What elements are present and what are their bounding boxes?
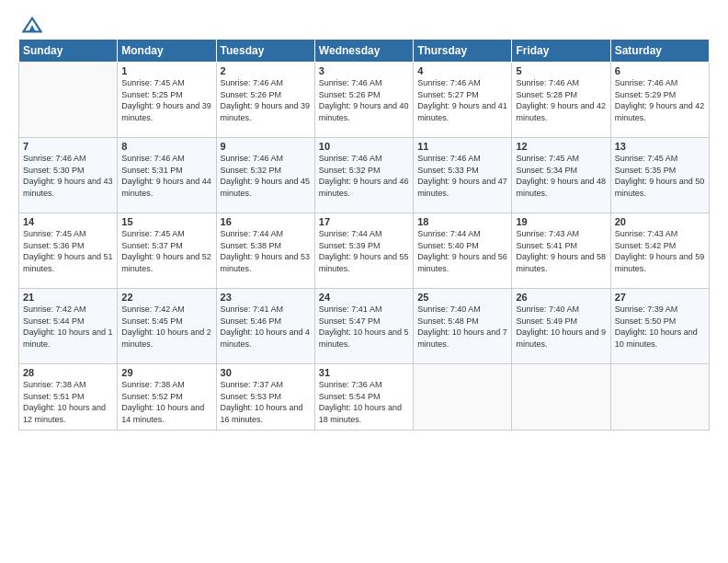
- calendar-cell: 9Sunrise: 7:46 AMSunset: 5:32 PMDaylight…: [216, 138, 314, 213]
- week-row-5: 28Sunrise: 7:38 AMSunset: 5:51 PMDayligh…: [19, 364, 710, 431]
- day-number: 23: [221, 292, 311, 303]
- day-number: 26: [516, 292, 606, 303]
- day-number: 30: [221, 367, 311, 378]
- day-info: Sunrise: 7:44 AMSunset: 5:39 PMDaylight:…: [319, 228, 409, 274]
- day-info: Sunrise: 7:46 AMSunset: 5:26 PMDaylight:…: [319, 77, 409, 123]
- day-number: 2: [221, 65, 311, 76]
- day-number: 17: [319, 216, 409, 227]
- day-info: Sunrise: 7:46 AMSunset: 5:32 PMDaylight:…: [319, 153, 409, 199]
- day-info: Sunrise: 7:39 AMSunset: 5:50 PMDaylight:…: [615, 304, 705, 350]
- day-info: Sunrise: 7:40 AMSunset: 5:49 PMDaylight:…: [516, 304, 606, 350]
- calendar-cell: 20Sunrise: 7:43 AMSunset: 5:42 PMDayligh…: [610, 213, 709, 289]
- day-number: 21: [23, 292, 113, 303]
- week-row-2: 7Sunrise: 7:46 AMSunset: 5:30 PMDaylight…: [19, 138, 710, 213]
- calendar-cell: 28Sunrise: 7:38 AMSunset: 5:51 PMDayligh…: [19, 364, 118, 431]
- day-info: Sunrise: 7:44 AMSunset: 5:40 PMDaylight:…: [417, 228, 507, 274]
- calendar-cell: 18Sunrise: 7:44 AMSunset: 5:40 PMDayligh…: [414, 213, 512, 289]
- calendar-cell: 24Sunrise: 7:41 AMSunset: 5:47 PMDayligh…: [314, 289, 413, 364]
- day-info: Sunrise: 7:41 AMSunset: 5:47 PMDaylight:…: [319, 304, 409, 350]
- day-number: 20: [615, 216, 705, 227]
- day-number: 7: [23, 141, 113, 152]
- weekday-header-row: SundayMondayTuesdayWednesdayThursdayFrid…: [19, 40, 710, 63]
- day-number: 10: [319, 141, 409, 152]
- calendar-cell: 5Sunrise: 7:46 AMSunset: 5:28 PMDaylight…: [512, 63, 610, 138]
- day-number: 15: [121, 216, 211, 227]
- day-number: 1: [121, 65, 211, 76]
- day-number: 3: [319, 65, 409, 76]
- week-row-1: 1Sunrise: 7:45 AMSunset: 5:25 PMDaylight…: [19, 63, 710, 138]
- day-number: 31: [319, 367, 409, 378]
- calendar-cell: 2Sunrise: 7:46 AMSunset: 5:26 PMDaylight…: [216, 63, 314, 138]
- calendar-cell: 10Sunrise: 7:46 AMSunset: 5:32 PMDayligh…: [314, 138, 413, 213]
- day-number: 27: [615, 292, 705, 303]
- calendar-cell: 7Sunrise: 7:46 AMSunset: 5:30 PMDaylight…: [19, 138, 118, 213]
- calendar-cell: 27Sunrise: 7:39 AMSunset: 5:50 PMDayligh…: [610, 289, 709, 364]
- calendar-cell: [512, 364, 610, 431]
- day-number: 29: [121, 367, 211, 378]
- day-info: Sunrise: 7:46 AMSunset: 5:30 PMDaylight:…: [23, 153, 113, 199]
- calendar-cell: 23Sunrise: 7:41 AMSunset: 5:46 PMDayligh…: [216, 289, 314, 364]
- calendar-cell: [414, 364, 512, 431]
- calendar-cell: 8Sunrise: 7:46 AMSunset: 5:31 PMDaylight…: [118, 138, 216, 213]
- day-number: 4: [417, 65, 507, 76]
- weekday-header-wednesday: Wednesday: [314, 40, 413, 63]
- day-number: 8: [121, 141, 211, 152]
- day-info: Sunrise: 7:36 AMSunset: 5:54 PMDaylight:…: [319, 379, 409, 425]
- day-number: 22: [121, 292, 211, 303]
- day-number: 12: [516, 141, 606, 152]
- weekday-header-sunday: Sunday: [19, 40, 118, 63]
- day-info: Sunrise: 7:38 AMSunset: 5:51 PMDaylight:…: [23, 379, 113, 425]
- calendar-cell: 30Sunrise: 7:37 AMSunset: 5:53 PMDayligh…: [216, 364, 314, 431]
- day-info: Sunrise: 7:43 AMSunset: 5:41 PMDaylight:…: [516, 228, 606, 274]
- calendar-cell: [19, 63, 118, 138]
- day-number: 28: [23, 367, 113, 378]
- calendar-cell: 6Sunrise: 7:46 AMSunset: 5:29 PMDaylight…: [610, 63, 709, 138]
- calendar-cell: 26Sunrise: 7:40 AMSunset: 5:49 PMDayligh…: [512, 289, 610, 364]
- day-number: 18: [417, 216, 507, 227]
- calendar-cell: 21Sunrise: 7:42 AMSunset: 5:44 PMDayligh…: [19, 289, 118, 364]
- day-info: Sunrise: 7:46 AMSunset: 5:33 PMDaylight:…: [417, 153, 507, 199]
- day-info: Sunrise: 7:43 AMSunset: 5:42 PMDaylight:…: [615, 228, 705, 274]
- day-info: Sunrise: 7:45 AMSunset: 5:37 PMDaylight:…: [121, 228, 211, 274]
- weekday-header-monday: Monday: [118, 40, 216, 63]
- calendar-cell: 14Sunrise: 7:45 AMSunset: 5:36 PMDayligh…: [19, 213, 118, 289]
- day-info: Sunrise: 7:40 AMSunset: 5:48 PMDaylight:…: [417, 304, 507, 350]
- calendar-cell: 22Sunrise: 7:42 AMSunset: 5:45 PMDayligh…: [118, 289, 216, 364]
- day-number: 5: [516, 65, 606, 76]
- logo: [18, 15, 42, 31]
- header: [18, 15, 710, 31]
- day-number: 25: [417, 292, 507, 303]
- calendar-cell: 11Sunrise: 7:46 AMSunset: 5:33 PMDayligh…: [414, 138, 512, 213]
- weekday-header-thursday: Thursday: [414, 40, 512, 63]
- calendar-cell: 3Sunrise: 7:46 AMSunset: 5:26 PMDaylight…: [314, 63, 413, 138]
- day-info: Sunrise: 7:37 AMSunset: 5:53 PMDaylight:…: [221, 379, 311, 425]
- day-info: Sunrise: 7:45 AMSunset: 5:36 PMDaylight:…: [23, 228, 113, 274]
- day-info: Sunrise: 7:38 AMSunset: 5:52 PMDaylight:…: [121, 379, 211, 425]
- calendar-cell: 31Sunrise: 7:36 AMSunset: 5:54 PMDayligh…: [314, 364, 413, 431]
- calendar-cell: 15Sunrise: 7:45 AMSunset: 5:37 PMDayligh…: [118, 213, 216, 289]
- day-info: Sunrise: 7:44 AMSunset: 5:38 PMDaylight:…: [221, 228, 311, 274]
- day-info: Sunrise: 7:46 AMSunset: 5:27 PMDaylight:…: [417, 77, 507, 123]
- day-info: Sunrise: 7:46 AMSunset: 5:28 PMDaylight:…: [516, 77, 606, 123]
- calendar-cell: 4Sunrise: 7:46 AMSunset: 5:27 PMDaylight…: [414, 63, 512, 138]
- day-info: Sunrise: 7:46 AMSunset: 5:29 PMDaylight:…: [615, 77, 705, 123]
- day-number: 19: [516, 216, 606, 227]
- day-info: Sunrise: 7:46 AMSunset: 5:32 PMDaylight:…: [221, 153, 311, 199]
- svg-marker-1: [28, 25, 35, 31]
- calendar: SundayMondayTuesdayWednesdayThursdayFrid…: [18, 39, 710, 431]
- calendar-cell: 19Sunrise: 7:43 AMSunset: 5:41 PMDayligh…: [512, 213, 610, 289]
- calendar-cell: 13Sunrise: 7:45 AMSunset: 5:35 PMDayligh…: [610, 138, 709, 213]
- week-row-4: 21Sunrise: 7:42 AMSunset: 5:44 PMDayligh…: [19, 289, 710, 364]
- day-info: Sunrise: 7:46 AMSunset: 5:31 PMDaylight:…: [121, 153, 211, 199]
- calendar-cell: 29Sunrise: 7:38 AMSunset: 5:52 PMDayligh…: [118, 364, 216, 431]
- calendar-cell: 1Sunrise: 7:45 AMSunset: 5:25 PMDaylight…: [118, 63, 216, 138]
- day-info: Sunrise: 7:41 AMSunset: 5:46 PMDaylight:…: [221, 304, 311, 350]
- calendar-cell: 16Sunrise: 7:44 AMSunset: 5:38 PMDayligh…: [216, 213, 314, 289]
- page: SundayMondayTuesdayWednesdayThursdayFrid…: [0, 0, 728, 563]
- calendar-cell: 25Sunrise: 7:40 AMSunset: 5:48 PMDayligh…: [414, 289, 512, 364]
- day-number: 14: [23, 216, 113, 227]
- day-info: Sunrise: 7:45 AMSunset: 5:25 PMDaylight:…: [121, 77, 211, 123]
- day-number: 11: [417, 141, 507, 152]
- day-number: 9: [221, 141, 311, 152]
- day-info: Sunrise: 7:42 AMSunset: 5:44 PMDaylight:…: [23, 304, 113, 350]
